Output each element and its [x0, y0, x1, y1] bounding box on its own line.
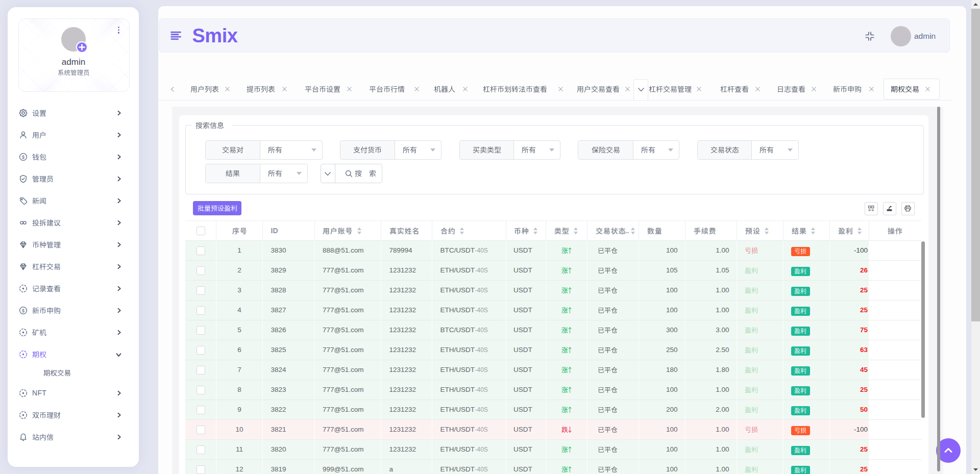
svg-text:$: $ — [22, 154, 25, 160]
svg-text:$: $ — [22, 308, 25, 313]
